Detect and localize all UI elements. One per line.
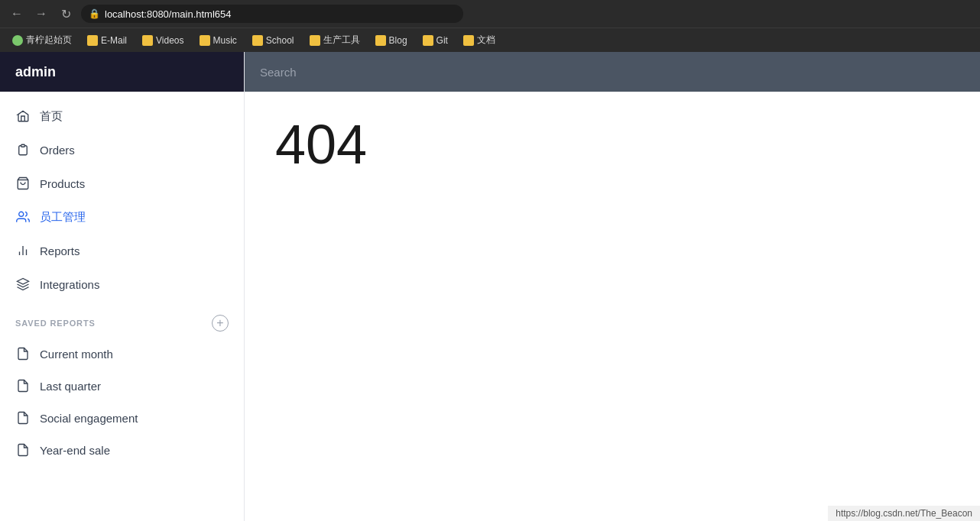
browser-bar: ← → ↻ 🔒 localhost:8080/main.html654 <box>0 0 980 28</box>
bookmark-label-docs: 文档 <box>477 34 495 47</box>
bookmark-icon-email <box>87 35 98 46</box>
bookmark-icon-git <box>423 35 433 46</box>
bookmark-label-school: School <box>266 35 294 46</box>
sidebar-item-reports[interactable]: Reports <box>0 234 244 267</box>
report-label-social-engagement: Social engagement <box>40 412 138 425</box>
bookmarks-bar: 青柠起始页 E-Mail Videos Music School 生产工具 Bl… <box>0 28 980 52</box>
bookmark-icon-tools <box>310 35 320 46</box>
lock-icon: 🔒 <box>89 8 100 19</box>
bookmark-label-tools: 生产工具 <box>323 34 360 47</box>
search-input[interactable] <box>260 66 965 79</box>
bookmark-blog[interactable]: Blog <box>369 33 414 48</box>
bookmark-tools[interactable]: 生产工具 <box>303 31 366 49</box>
sidebar-item-home-label: 首页 <box>40 109 63 124</box>
forward-button[interactable]: → <box>32 5 50 23</box>
sidebar-item-employees-label: 员工管理 <box>40 210 86 225</box>
bookmark-videos[interactable]: Videos <box>136 33 190 48</box>
layers-icon <box>15 277 31 292</box>
people-icon <box>15 209 31 225</box>
sidebar-item-employees[interactable]: 员工管理 <box>0 200 244 234</box>
sidebar-item-orders[interactable]: Orders <box>0 133 244 167</box>
report-icon-year-end-sale <box>15 442 31 458</box>
orders-icon <box>15 142 31 157</box>
report-label-year-end-sale: Year-end sale <box>40 444 110 457</box>
saved-reports-label: SAVED REPORTS <box>15 319 96 328</box>
status-bar: https://blog.csdn.net/The_Beacon <box>828 506 980 521</box>
report-label-last-quarter: Last quarter <box>40 380 101 393</box>
sidebar: admin 首页 Orders Prod <box>0 52 245 521</box>
report-item-social-engagement[interactable]: Social engagement <box>0 402 244 434</box>
bookmark-label-blog: Blog <box>389 35 407 46</box>
bookmark-docs[interactable]: 文档 <box>457 31 501 49</box>
report-item-year-end-sale[interactable]: Year-end sale <box>0 434 244 466</box>
bookmark-icon-blog <box>375 35 386 46</box>
bookmark-qingcheng[interactable]: 青柠起始页 <box>6 31 78 49</box>
bookmark-school[interactable]: School <box>246 33 300 48</box>
bookmark-icon-docs <box>463 35 474 46</box>
url-bar[interactable]: 🔒 localhost:8080/main.html654 <box>81 5 463 23</box>
status-url-hint: https://blog.csdn.net/The_Beacon <box>836 508 972 519</box>
bookmark-icon-school <box>252 35 263 46</box>
bookmark-icon-qingcheng <box>12 35 23 46</box>
back-button[interactable]: ← <box>8 5 26 23</box>
report-item-current-month[interactable]: Current month <box>0 338 244 370</box>
main-content: 404 <box>245 52 980 521</box>
bookmark-icon-music <box>200 35 210 46</box>
svg-marker-6 <box>18 279 29 285</box>
bookmark-label-email: E-Mail <box>101 35 127 46</box>
bookmark-icon-videos <box>142 35 153 46</box>
chart-icon <box>15 243 31 258</box>
sidebar-header: admin <box>0 52 244 92</box>
sidebar-item-orders-label: Orders <box>40 144 75 157</box>
report-icon-last-quarter <box>15 378 31 393</box>
report-label-current-month: Current month <box>40 348 113 361</box>
brand-name: admin <box>15 64 56 80</box>
url-text: localhost:8080/main.html654 <box>105 8 232 20</box>
report-icon-current-month <box>15 346 31 361</box>
main-body: 404 <box>245 92 980 521</box>
saved-reports-header: SAVED REPORTS + <box>0 309 244 338</box>
sidebar-item-reports-label: Reports <box>40 244 80 257</box>
error-404: 404 <box>275 115 949 175</box>
bookmark-label-git: Git <box>436 35 448 46</box>
bookmark-git[interactable]: Git <box>417 33 454 48</box>
sidebar-item-products-label: Products <box>40 177 85 190</box>
bookmark-label-music: Music <box>213 35 237 46</box>
bookmark-email[interactable]: E-Mail <box>81 33 133 48</box>
main-header <box>245 52 980 92</box>
sidebar-item-home[interactable]: 首页 <box>0 99 244 133</box>
cart-icon <box>15 176 31 191</box>
reload-button[interactable]: ↻ <box>57 5 75 23</box>
add-report-button[interactable]: + <box>212 315 229 332</box>
sidebar-item-products[interactable]: Products <box>0 167 244 200</box>
svg-rect-0 <box>21 144 25 147</box>
saved-reports-section: SAVED REPORTS + Current month Last quart… <box>0 301 244 474</box>
bookmark-label-videos: Videos <box>156 35 183 46</box>
sidebar-item-integrations[interactable]: Integrations <box>0 267 244 301</box>
report-icon-social-engagement <box>15 410 31 426</box>
app-container: admin 首页 Orders Prod <box>0 52 980 521</box>
svg-point-2 <box>19 212 24 216</box>
home-icon <box>15 108 31 124</box>
sidebar-nav: 首页 Orders Products 员工管理 <box>0 92 244 521</box>
report-item-last-quarter[interactable]: Last quarter <box>0 370 244 402</box>
bookmark-music[interactable]: Music <box>193 33 243 48</box>
sidebar-item-integrations-label: Integrations <box>40 278 99 291</box>
bookmark-label-qingcheng: 青柠起始页 <box>26 34 72 47</box>
